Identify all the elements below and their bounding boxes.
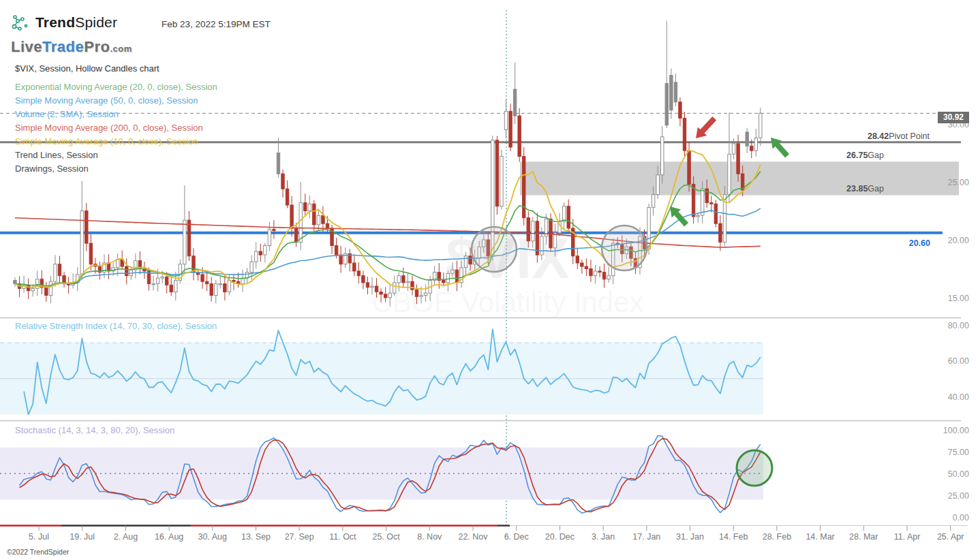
candle[interactable] [607, 276, 610, 279]
candle[interactable] [585, 266, 587, 268]
candle[interactable] [259, 251, 262, 255]
candle[interactable] [322, 215, 324, 223]
candle[interactable] [210, 284, 213, 296]
candle[interactable] [679, 102, 682, 119]
candle[interactable] [589, 269, 592, 276]
candle[interactable] [317, 215, 320, 225]
candle[interactable] [562, 206, 565, 221]
candle[interactable] [326, 223, 328, 228]
candle[interactable] [89, 243, 92, 264]
candle[interactable] [674, 82, 677, 102]
candle[interactable] [290, 205, 293, 228]
candle[interactable] [384, 294, 386, 298]
legend-item-3[interactable]: Simple Moving Average (200, 0, close), S… [15, 121, 217, 135]
candle[interactable] [411, 281, 414, 290]
candle[interactable] [518, 116, 521, 157]
candle[interactable] [49, 281, 52, 295]
candle[interactable] [420, 296, 423, 297]
candle[interactable] [308, 204, 311, 211]
candle[interactable] [286, 189, 288, 205]
candle[interactable] [509, 111, 512, 147]
candle[interactable] [281, 174, 284, 189]
legend-item-5[interactable]: Trend Lines, Session [15, 149, 217, 162]
candle[interactable] [161, 277, 164, 278]
candle[interactable] [14, 281, 16, 284]
candle[interactable] [567, 206, 570, 228]
candle[interactable] [339, 255, 342, 264]
candle[interactable] [750, 146, 753, 151]
candle[interactable] [228, 281, 230, 292]
candle[interactable] [371, 286, 373, 287]
candle[interactable] [602, 273, 605, 279]
candle[interactable] [45, 287, 48, 296]
candle[interactable] [746, 132, 748, 146]
candle[interactable] [402, 276, 405, 283]
candle[interactable] [156, 278, 159, 284]
candle[interactable] [513, 89, 516, 116]
candle[interactable] [710, 203, 713, 204]
candle[interactable] [85, 211, 88, 244]
candle[interactable] [313, 204, 316, 225]
candle[interactable] [187, 220, 190, 256]
candle[interactable] [353, 263, 356, 271]
candle[interactable] [125, 266, 128, 276]
candle[interactable] [335, 246, 337, 255]
candle[interactable] [174, 281, 177, 292]
candle[interactable] [58, 264, 61, 276]
candle[interactable] [688, 151, 690, 184]
candle[interactable] [754, 138, 757, 151]
candle[interactable] [451, 270, 454, 273]
candle[interactable] [366, 283, 369, 287]
candle[interactable] [380, 292, 382, 294]
candle[interactable] [553, 233, 556, 248]
candle[interactable] [224, 284, 226, 292]
candle[interactable] [500, 157, 503, 206]
candle[interactable] [27, 285, 29, 291]
candle[interactable] [362, 276, 365, 283]
candle[interactable] [54, 264, 57, 282]
candle[interactable] [464, 256, 467, 268]
candle[interactable] [532, 221, 534, 241]
candle[interactable] [232, 281, 235, 282]
candle[interactable] [415, 290, 418, 296]
candle[interactable] [652, 195, 654, 208]
candle[interactable] [215, 284, 217, 296]
candle[interactable] [201, 275, 204, 281]
candle[interactable] [397, 276, 400, 283]
candle[interactable] [737, 144, 739, 174]
candle[interactable] [170, 285, 172, 292]
candle[interactable] [255, 251, 258, 262]
candle[interactable] [31, 288, 34, 290]
candle[interactable] [728, 154, 731, 195]
candle[interactable] [527, 218, 530, 241]
candle[interactable] [152, 284, 155, 285]
candle[interactable] [719, 223, 722, 242]
candle[interactable] [273, 230, 275, 231]
candle[interactable] [166, 277, 168, 285]
candle[interactable] [455, 270, 458, 283]
candle[interactable] [683, 119, 686, 151]
candle[interactable] [732, 144, 735, 154]
candle[interactable] [375, 286, 378, 292]
candle[interactable] [116, 260, 119, 268]
candle[interactable] [183, 220, 186, 264]
candle[interactable] [424, 293, 427, 295]
candle[interactable] [357, 271, 360, 276]
candle[interactable] [469, 256, 472, 264]
legend-item-1[interactable]: Simple Moving Average (50, 0, close), Se… [15, 94, 217, 108]
candle[interactable] [661, 137, 664, 175]
candle[interactable] [393, 283, 396, 293]
candle[interactable] [576, 256, 579, 263]
candle[interactable] [523, 157, 525, 218]
candle[interactable] [759, 113, 762, 138]
candle[interactable] [388, 293, 391, 298]
candle[interactable] [192, 256, 195, 273]
candle[interactable] [205, 281, 208, 283]
candle[interactable] [250, 262, 253, 272]
candle[interactable] [294, 228, 297, 242]
candle[interactable] [277, 153, 279, 174]
candle[interactable] [268, 230, 271, 246]
candle[interactable] [581, 263, 583, 266]
candle[interactable] [665, 84, 668, 125]
candle[interactable] [264, 246, 266, 255]
